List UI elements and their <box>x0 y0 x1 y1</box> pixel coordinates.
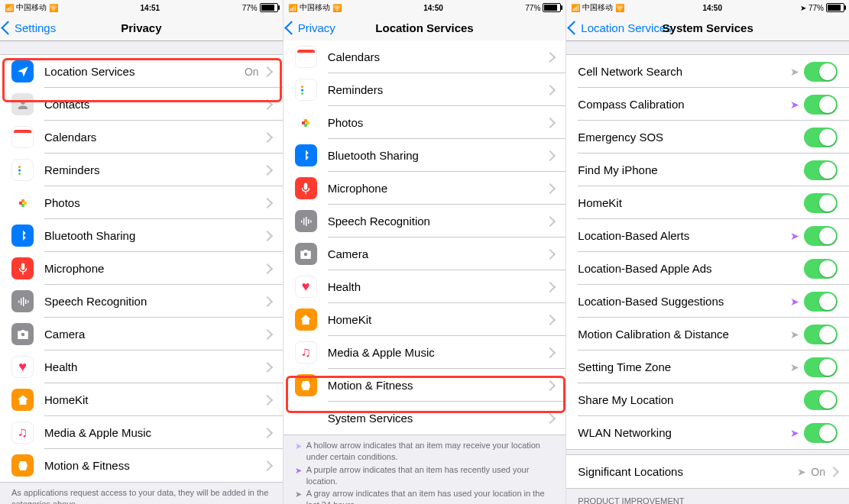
row-share-my-location[interactable]: Share My Location <box>566 383 849 416</box>
chevron-right-icon <box>545 183 556 193</box>
row-media-music[interactable]: ♫Media & Apple Music <box>284 336 566 369</box>
homekit-icon <box>11 389 34 411</box>
chevron-right-icon <box>828 466 839 477</box>
row-speech-recognition[interactable]: Speech Recognition <box>284 205 566 237</box>
chevron-right-icon <box>545 84 556 95</box>
row-find-my-iphone[interactable]: Find My iPhone <box>566 153 849 186</box>
location-arrow-icon: ➤ <box>790 230 799 242</box>
row-significant-locations[interactable]: Significant Locations➤On <box>566 455 849 488</box>
row-bluetooth-sharing[interactable]: Bluetooth Sharing <box>0 219 283 252</box>
legend-line: ➤A purple arrow indicates that an item h… <box>295 464 555 487</box>
back-button[interactable]: Privacy <box>287 15 335 40</box>
row-compass-calibration[interactable]: Compass Calibration➤ <box>566 88 849 121</box>
row-label: Bluetooth Sharing <box>44 229 264 242</box>
carrier: 中国移动 <box>300 2 330 13</box>
row-label: HomeKit <box>44 393 264 406</box>
back-button[interactable]: Location Services <box>569 15 671 40</box>
row-label: Location-Based Suggestions <box>578 295 790 308</box>
row-homekit[interactable]: HomeKit <box>566 186 849 219</box>
chevron-left-icon <box>1 21 15 34</box>
row-contacts[interactable]: Contacts <box>0 88 283 121</box>
row-calendars[interactable]: Calendars <box>0 121 283 153</box>
row-location-based-alerts[interactable]: Location-Based Alerts➤ <box>566 219 849 252</box>
health-icon: ♥ <box>11 356 34 378</box>
row-label: Bluetooth Sharing <box>328 149 547 162</box>
location-arrow-icon: ➤ <box>295 465 302 487</box>
chevron-left-icon <box>284 21 298 34</box>
chevron-right-icon <box>262 427 273 438</box>
row-microphone[interactable]: Microphone <box>284 172 566 205</box>
row-label: Contacts <box>44 98 264 111</box>
microphone-icon <box>295 177 317 199</box>
row-photos[interactable]: Photos <box>0 186 283 219</box>
toggle-switch[interactable] <box>804 128 838 147</box>
status-bar: 📶中国移动🛜 14:50 77% <box>284 0 566 15</box>
legend-text: A gray arrow indicates that an item has … <box>306 488 555 504</box>
chevron-right-icon <box>262 230 273 241</box>
legend-line: ➤A gray arrow indicates that an item has… <box>295 488 555 504</box>
contacts-icon <box>11 93 34 115</box>
svg-point-8 <box>301 89 303 91</box>
row-motion-calibration[interactable]: Motion Calibration & Distance➤ <box>566 318 849 351</box>
row-speech-recognition[interactable]: Speech Recognition <box>0 285 283 318</box>
location-arrow-icon: ➤ <box>790 66 799 78</box>
row-homekit[interactable]: HomeKit <box>0 383 283 416</box>
status-time: 14:51 <box>141 4 160 12</box>
toggle-switch[interactable] <box>804 160 838 180</box>
row-label: Reminders <box>328 83 547 96</box>
row-wlan-networking[interactable]: WLAN Networking➤ <box>566 416 849 449</box>
row-label: Cell Network Search <box>578 65 790 78</box>
row-label: Location-Based Alerts <box>578 229 790 242</box>
row-health[interactable]: ♥Health <box>0 351 283 383</box>
toggle-switch[interactable] <box>804 226 838 246</box>
row-photos[interactable]: Photos <box>284 106 566 139</box>
row-emergency-sos[interactable]: Emergency SOS <box>566 121 849 153</box>
row-calendars[interactable]: Calendars <box>284 40 566 73</box>
toggle-switch[interactable] <box>804 357 838 377</box>
row-label: Significant Locations <box>578 465 797 478</box>
chevron-right-icon <box>262 296 273 306</box>
screen-privacy: 📶中国移动🛜 14:51 77% Settings Privacy Locati… <box>0 0 284 504</box>
toggle-switch[interactable] <box>804 193 838 213</box>
status-time: 14:50 <box>702 4 722 12</box>
chevron-right-icon <box>262 394 273 405</box>
row-label: Health <box>44 360 264 373</box>
row-location-based-apple-ads[interactable]: Location-Based Apple Ads <box>566 252 849 285</box>
toggle-switch[interactable] <box>804 259 838 279</box>
row-media-music[interactable]: ♫Media & Apple Music <box>0 416 283 449</box>
nav-bar: Settings Privacy <box>0 15 283 41</box>
row-motion-fitness[interactable]: Motion & Fitness <box>0 449 283 482</box>
row-setting-time-zone[interactable]: Setting Time Zone➤ <box>566 351 849 383</box>
row-bluetooth-sharing[interactable]: Bluetooth Sharing <box>284 139 566 172</box>
toggle-switch[interactable] <box>804 62 838 82</box>
row-motion-fitness[interactable]: Motion & Fitness <box>284 369 566 402</box>
row-label: Media & Apple Music <box>44 426 264 439</box>
chevron-right-icon <box>545 51 556 62</box>
toggle-switch[interactable] <box>804 423 838 443</box>
back-label: Location Services <box>581 21 671 34</box>
status-time: 14:50 <box>423 4 443 12</box>
row-camera[interactable]: Camera <box>0 318 283 351</box>
row-reminders[interactable]: Reminders <box>0 153 283 186</box>
homekit-icon <box>295 309 317 331</box>
row-homekit[interactable]: HomeKit <box>284 303 566 336</box>
row-reminders[interactable]: Reminders <box>284 73 566 106</box>
motion-fitness-icon <box>295 374 317 396</box>
row-label: Microphone <box>328 182 547 195</box>
row-location-based-suggestions[interactable]: Location-Based Suggestions➤ <box>566 285 849 318</box>
back-button[interactable]: Settings <box>3 15 56 40</box>
toggle-switch[interactable] <box>804 95 838 115</box>
row-system-services[interactable]: System Services <box>284 402 566 435</box>
toggle-switch[interactable] <box>804 390 838 410</box>
row-cell-network-search[interactable]: Cell Network Search➤ <box>566 55 849 88</box>
row-label: Health <box>328 280 547 293</box>
toggle-switch[interactable] <box>804 325 838 344</box>
row-label: Setting Time Zone <box>578 360 790 373</box>
toggle-switch[interactable] <box>804 292 838 312</box>
row-microphone[interactable]: Microphone <box>0 252 283 285</box>
row-location-services[interactable]: Location ServicesOn <box>0 55 283 88</box>
battery-pct: 77% <box>808 4 824 12</box>
row-camera[interactable]: Camera <box>284 237 566 270</box>
speech-recognition-icon <box>11 290 34 312</box>
row-health[interactable]: ♥Health <box>284 270 566 303</box>
